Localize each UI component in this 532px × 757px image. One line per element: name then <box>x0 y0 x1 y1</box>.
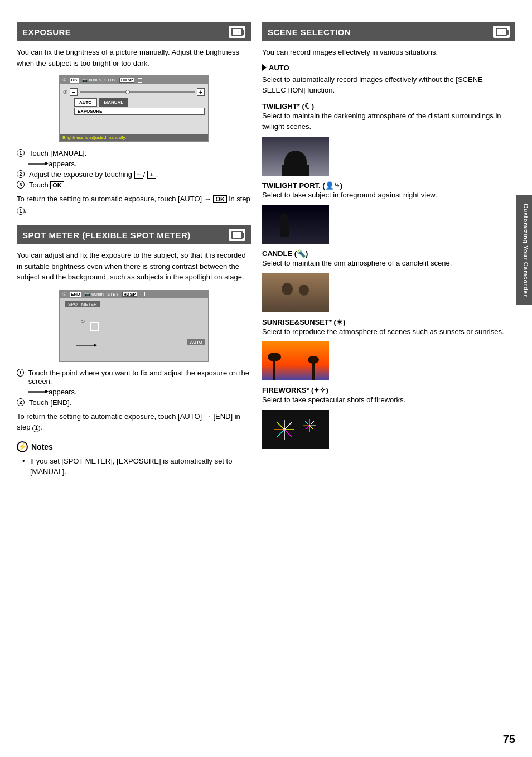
exposure-intro: You can fix the brightness of a picture … <box>17 47 251 69</box>
exposure-header: EXPOSURE <box>17 22 251 41</box>
notes-title: ⚡ Notes <box>17 441 251 452</box>
candle-desc: Select to maintain the dim atmosphere of… <box>262 258 515 269</box>
spot-step-1-appears: ▶ appears. <box>17 388 251 396</box>
sunrise-image <box>262 341 329 380</box>
spot-meter-header: SPOT METER (Flexible spot meter) <box>17 225 251 244</box>
spot-meter-camera-screen: ② END 📷 60min STBY HD SP SPOT METER ① ▶ <box>59 290 209 362</box>
auto-desc: Select to automatically record images ef… <box>262 74 515 96</box>
scene-header-icon <box>493 26 510 38</box>
scene-twilight-port: TWILIGHT PORT. (👤⤷) Select to take subje… <box>262 181 515 244</box>
left-column: EXPOSURE You can fix the brightness of a… <box>17 22 251 478</box>
twilight-port-image <box>262 205 329 244</box>
camera-icon <box>231 28 243 36</box>
svg-point-7 <box>282 283 293 295</box>
exposure-steps: 1 Touch [MANUAL]. ▶ appears. 2 Adjust th… <box>17 149 251 189</box>
scene-selection-title: SCENE SELECTION <box>268 27 351 37</box>
svg-rect-5 <box>280 223 289 237</box>
spot-meter-steps: 1 Touch the point where you want to fix … <box>17 369 251 407</box>
spot-camera-top-bar: ② END 📷 60min STBY HD SP <box>60 291 208 298</box>
svg-rect-14 <box>262 410 329 449</box>
spot-step-1: 1 Touch the point where you want to fix … <box>17 369 251 385</box>
spot-meter-header-icon <box>229 229 245 241</box>
exposure-camera-screen: ③ OK 📷 60min STBY HD SP ② − + <box>59 75 209 142</box>
step-1: 1 Touch [MANUAL]. <box>17 149 251 157</box>
scene-candle: CANDLE (🔦) Select to maintain the dim at… <box>262 249 515 312</box>
svg-rect-12 <box>312 361 315 380</box>
sunrise-desc: Select to reproduce the atmosphere of sc… <box>262 326 515 337</box>
page-number: 75 <box>503 733 515 746</box>
scene-twilight: TWILIGHT* (☾) Select to maintain the dar… <box>262 102 515 176</box>
camera-icon-3 <box>496 28 507 36</box>
candle-image <box>262 273 329 312</box>
svg-rect-6 <box>262 273 329 312</box>
camera-icon-2 <box>231 231 243 239</box>
step-3: 3 Touch OK. <box>17 181 251 189</box>
sunrise-title: SUNRISE&SUNSET* (☀︎) <box>262 318 515 326</box>
exposure-title: EXPOSURE <box>22 27 71 37</box>
scene-auto: AUTO Select to automatically record imag… <box>262 64 515 96</box>
step-1-appears: ▶ appears. <box>17 160 251 168</box>
step-2: 2 Adjust the exposure by touching −/ +. <box>17 170 251 179</box>
twilight-image <box>262 137 329 176</box>
side-tab: Customizing Your Camcorder <box>516 195 532 305</box>
spot-meter-title: SPOT METER (Flexible spot meter) <box>22 230 191 240</box>
spot-meter-intro: You can adjust and fix the exposure to t… <box>17 250 251 283</box>
twilight-port-title: TWILIGHT PORT. (👤⤷) <box>262 181 515 190</box>
svg-rect-2 <box>282 165 309 176</box>
fireworks-desc: Select to take spectacular shots of fire… <box>262 394 515 406</box>
auto-heading: AUTO <box>262 64 515 72</box>
svg-point-8 <box>299 285 309 296</box>
candle-title: CANDLE (🔦) <box>262 249 515 258</box>
camera-bottom-bar: Brightness is adjusted manually. <box>60 134 208 141</box>
svg-point-13 <box>308 356 319 364</box>
twilight-desc: Select to maintain the darkening atmosph… <box>262 110 515 132</box>
scene-sunrise: SUNRISE&SUNSET* (☀︎) Select to reproduce… <box>262 318 515 381</box>
spot-step-2: 2 Touch [END]. <box>17 398 251 407</box>
exposure-header-icon <box>229 26 245 38</box>
notes-section: ⚡ Notes If you set [SPOT METER], [EXPOSU… <box>17 441 251 478</box>
note-item-1: If you set [SPOT METER], [EXPOSURE] is a… <box>22 456 251 478</box>
spot-return-note: To return the setting to automatic expos… <box>17 411 251 433</box>
triangle-icon <box>262 64 267 71</box>
twilight-port-desc: Select to take subject in foreground aga… <box>262 190 515 201</box>
auto-label: AUTO <box>269 64 289 72</box>
exposure-return-note: To return the setting to automatic expos… <box>17 194 251 215</box>
svg-point-11 <box>268 353 281 361</box>
svg-point-4 <box>280 214 289 224</box>
scene-fireworks: FIREWORKS* (✦✧) Select to take spectacul… <box>262 386 515 449</box>
scene-selection-header: SCENE SELECTION <box>262 22 515 41</box>
notes-list: If you set [SPOT METER], [EXPOSURE] is a… <box>17 456 251 478</box>
svg-rect-3 <box>262 205 329 244</box>
twilight-title: TWILIGHT* (☾) <box>262 102 515 110</box>
camera-mid-area: ② − + AUTO MANUAL EXPOSURE <box>60 84 208 117</box>
camera-top-bar: ③ OK 📷 60min STBY HD SP <box>60 76 208 84</box>
right-column: SCENE SELECTION You can record images ef… <box>262 22 515 478</box>
fireworks-image <box>262 410 329 449</box>
scene-intro: You can record images effectively in var… <box>262 47 515 58</box>
fireworks-title: FIREWORKS* (✦✧) <box>262 386 515 394</box>
